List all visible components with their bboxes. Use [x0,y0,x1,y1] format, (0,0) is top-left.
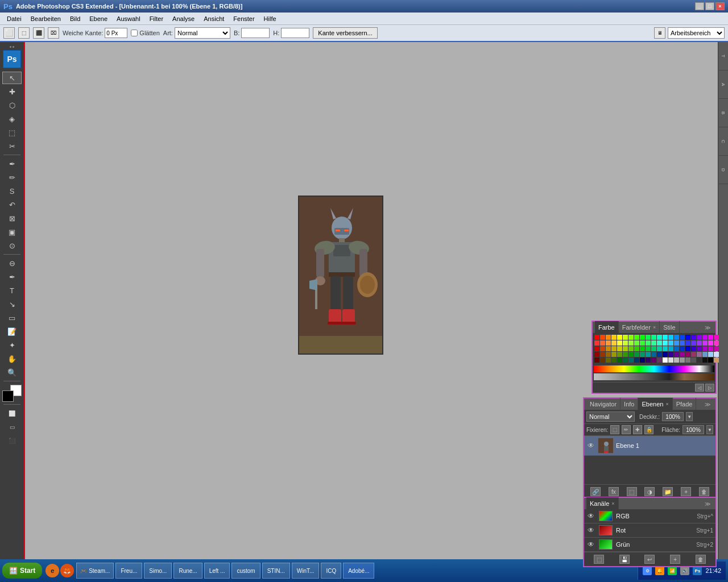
quick-launch-ff[interactable]: 🦊 [60,564,74,577]
menu-bild[interactable]: Bild [65,14,85,23]
color-swatch-cell[interactable] [600,346,605,351]
kanale-close[interactable]: × [611,501,614,506]
tab-kanale[interactable]: Kanäle × [586,497,619,510]
taskbar-custom[interactable]: custom [231,563,260,579]
workspace-icon[interactable]: 🖥 [654,27,665,39]
color-swatch-cell[interactable] [640,346,645,351]
color-swatch-cell[interactable] [623,340,628,346]
fill-input[interactable] [682,425,704,434]
color-swatch-cell[interactable] [691,340,696,346]
notes-tool-button[interactable]: 📝 [2,325,22,338]
color-swatch-cell[interactable] [685,346,690,351]
taskbar-left[interactable]: Left ... [204,563,230,579]
slice-tool-button[interactable]: ✂ [2,140,22,152]
channel-vis-rgb[interactable]: 👁 [586,512,595,521]
color-swatch-cell[interactable] [668,340,673,346]
opacity-arrow[interactable]: ▼ [686,412,693,421]
h-input[interactable] [281,28,309,38]
taskbar-freu[interactable]: Freu... [115,563,142,579]
color-swatch-cell[interactable] [702,340,708,346]
systray-icon-4[interactable]: 🔊 [680,566,689,575]
tab-stile[interactable]: Stile [660,321,679,334]
systray-icon-3[interactable]: 📶 [668,566,677,575]
pen-tool-button[interactable]: ✒ [2,271,22,283]
color-swatch-cell[interactable] [628,340,634,346]
move-tool-button[interactable]: ✚ [2,85,22,98]
color-swatch-cell[interactable] [594,352,599,357]
delete-channel-button[interactable]: 🗑 [696,555,706,564]
shape-tool-button[interactable]: ▭ [2,311,22,324]
add-mask-button[interactable]: ⬚ [627,487,637,496]
weiche-kante-input[interactable] [105,28,127,38]
blend-mode-select[interactable]: Normal [586,411,635,422]
selection-tool-button[interactable]: ↖ [2,72,22,84]
color-panel-btn2[interactable]: ▷ [705,384,714,392]
color-swatch-cell[interactable] [600,352,605,357]
magic-wand-button[interactable]: ◈ [2,113,22,125]
color-swatch-cell[interactable] [606,335,611,340]
tab-ebenen[interactable]: Ebenen × [638,398,672,410]
color-swatch-cell[interactable] [600,340,605,346]
color-swatch-cell[interactable] [646,352,651,357]
color-swatch-cell[interactable] [668,352,673,357]
healing-brush-button[interactable]: ✒ [2,157,22,170]
color-swatch-cell[interactable] [600,357,605,363]
color-swatch-cell[interactable] [606,357,611,363]
history-brush-button[interactable]: ↶ [2,198,22,211]
add-style-button[interactable]: fx [609,487,619,496]
color-swatch-cell[interactable] [646,340,651,346]
color-swatch-cell[interactable] [628,357,634,363]
minimize-button[interactable]: _ [695,2,704,10]
color-swatch-cell[interactable] [611,352,617,357]
menu-analyse[interactable]: Analyse [168,14,199,23]
color-swatch-cell[interactable] [697,335,702,340]
channel-row-gruen[interactable]: 👁 Grün Strg+2 [584,538,715,552]
color-swatch-cell[interactable] [680,357,685,363]
color-swatch-cell[interactable] [668,346,673,351]
color-swatch-cell[interactable] [697,357,702,363]
adjustment-layer-button[interactable]: ◑ [644,487,655,496]
color-swatch-cell[interactable] [617,340,622,346]
color-swatch-cell[interactable] [708,357,713,363]
menu-bearbeiten[interactable]: Bearbeiten [26,14,65,23]
hand-tool-button[interactable]: ✋ [2,352,22,365]
color-swatch-cell[interactable] [663,340,668,346]
color-swatch-cell[interactable] [691,335,696,340]
menu-filter[interactable]: Filter [145,14,168,23]
color-swatch-cell[interactable] [691,352,696,357]
channels-panel-close[interactable]: ≫ [702,500,713,508]
color-swatch-cell[interactable] [594,340,599,346]
color-swatch-cell[interactable] [623,335,628,340]
color-swatch-cell[interactable] [646,335,651,340]
quick-mask-button[interactable]: ⬜ [2,407,22,419]
eyedropper-button[interactable]: ✦ [2,339,22,351]
color-swatch-cell[interactable] [623,346,628,351]
color-swatch-cell[interactable] [663,346,668,351]
crop-tool-button[interactable]: ⬚ [2,126,22,139]
tab-info[interactable]: Info [621,398,638,410]
channel-vis-rot[interactable]: 👁 [586,526,595,535]
color-swatch-cell[interactable] [680,352,685,357]
color-swatch-cell[interactable] [640,335,645,340]
color-swatch-cell[interactable] [691,357,696,363]
color-swatch-cell[interactable] [657,335,662,340]
color-swatch-cell[interactable] [685,340,690,346]
color-swatch-cell[interactable] [634,352,639,357]
layer-row-1[interactable]: 👁 Ebene 1 [584,436,715,456]
color-swatch-cell[interactable] [640,357,645,363]
color-swatch-cell[interactable] [702,335,708,340]
panel-icon-3[interactable]: B [719,99,728,127]
panel-icon-1[interactable]: T [719,42,728,70]
link-layers-button[interactable]: 🔗 [590,487,601,496]
channel-row-rgb[interactable]: 👁 RGB Strg+^ [584,509,715,523]
color-swatch-cell[interactable] [702,352,708,357]
kante-button[interactable]: Kante verbessern... [313,27,377,39]
blur-tool-button[interactable]: ⊙ [2,239,22,252]
panel-icon-5[interactable]: D [719,156,728,184]
text-tool-button[interactable]: T [2,284,22,297]
fix-transparent-icon[interactable]: ⬚ [610,425,619,434]
selection-tool3-icon[interactable]: ⬛ [33,27,44,39]
color-swatch-area[interactable] [2,385,22,402]
color-swatch-cell[interactable] [634,335,639,340]
color-swatch-cell[interactable] [651,335,656,340]
